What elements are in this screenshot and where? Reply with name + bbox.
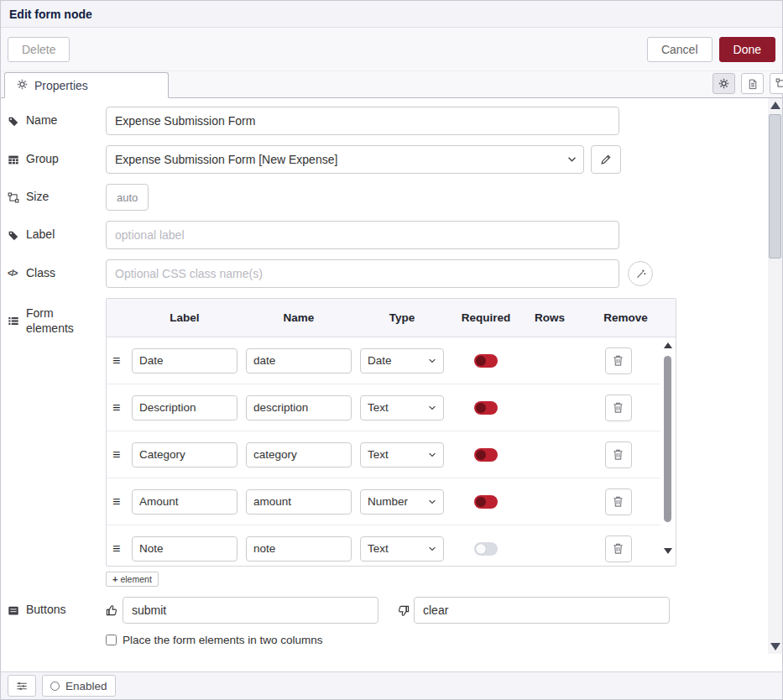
clear-button-text-input[interactable] bbox=[414, 597, 670, 624]
required-cell bbox=[448, 448, 524, 462]
two-columns-checkbox[interactable] bbox=[106, 635, 117, 645]
form-elements-body: ≡ Date bbox=[107, 337, 676, 566]
drag-handle-icon[interactable]: ≡ bbox=[107, 542, 120, 556]
trash-icon bbox=[612, 495, 624, 508]
scroll-up-button[interactable] bbox=[768, 98, 782, 112]
required-toggle[interactable] bbox=[474, 448, 498, 462]
element-type-select[interactable]: Text bbox=[360, 442, 444, 468]
table-scrollbar-thumb[interactable] bbox=[664, 356, 671, 522]
add-element-button[interactable]: +element bbox=[106, 572, 159, 587]
element-name-input[interactable] bbox=[246, 442, 352, 468]
type-cell: Text bbox=[356, 442, 448, 468]
table-scroll-down-button[interactable] bbox=[662, 548, 673, 554]
element-type-select[interactable]: Date bbox=[360, 348, 444, 374]
scroll-down-button[interactable] bbox=[768, 640, 782, 654]
field-row-size: Size auto bbox=[8, 184, 775, 211]
element-name-input[interactable] bbox=[246, 536, 352, 562]
col-header-remove: Remove bbox=[576, 311, 676, 324]
element-name-input[interactable] bbox=[246, 395, 352, 421]
col-header-type: Type bbox=[356, 311, 448, 324]
type-select-wrap: Text bbox=[360, 395, 444, 421]
gear-icon bbox=[718, 78, 729, 89]
edit-group-button[interactable] bbox=[591, 145, 621, 174]
drag-handle-icon[interactable]: ≡ bbox=[107, 495, 120, 509]
element-label-input[interactable] bbox=[132, 442, 238, 468]
add-element-label: element bbox=[120, 574, 151, 584]
label-cell bbox=[128, 536, 242, 562]
required-toggle[interactable] bbox=[474, 542, 498, 556]
element-label-input[interactable] bbox=[132, 395, 238, 421]
group-select[interactable]: Expense Submission Form [New Expense] bbox=[106, 145, 584, 174]
form-element-row: ≡ Text bbox=[107, 431, 660, 478]
name-cell bbox=[242, 489, 356, 515]
class-input[interactable] bbox=[106, 259, 619, 288]
submit-button-text-input[interactable] bbox=[123, 597, 378, 624]
two-columns-label: Place the form elements in two columns bbox=[123, 634, 323, 646]
element-name-input[interactable] bbox=[246, 348, 352, 374]
drag-handle-icon[interactable]: ≡ bbox=[107, 448, 120, 462]
remove-element-button[interactable] bbox=[605, 394, 632, 421]
remove-element-button[interactable] bbox=[605, 535, 632, 562]
handle-cell: ≡ bbox=[107, 542, 128, 556]
required-cell bbox=[448, 354, 524, 368]
required-toggle[interactable] bbox=[474, 354, 498, 368]
toggle-knob bbox=[476, 544, 486, 554]
element-name-input[interactable] bbox=[246, 489, 352, 515]
node-appearance-button[interactable] bbox=[770, 73, 783, 94]
dialog-toolbar: Delete Cancel Done bbox=[1, 28, 782, 71]
table-scrollbar[interactable] bbox=[662, 342, 673, 554]
field-row-class: </> Class bbox=[8, 259, 775, 288]
group-field-label: Group bbox=[8, 152, 106, 167]
drag-handle-icon[interactable]: ≡ bbox=[107, 354, 120, 368]
dialog-header: Edit form node bbox=[1, 1, 782, 28]
panel-scrollbar-thumb[interactable] bbox=[769, 114, 781, 259]
cancel-button[interactable]: Cancel bbox=[647, 37, 713, 62]
element-label-input[interactable] bbox=[132, 489, 238, 515]
element-type-select[interactable]: Text bbox=[360, 536, 444, 562]
node-settings-button[interactable] bbox=[713, 73, 735, 94]
node-info-button[interactable] bbox=[8, 675, 36, 697]
circle-icon bbox=[50, 682, 60, 691]
remove-element-button[interactable] bbox=[605, 441, 632, 468]
group-select-wrap: Expense Submission Form [New Expense] bbox=[106, 145, 584, 174]
class-picker-button[interactable] bbox=[628, 261, 653, 286]
name-input[interactable] bbox=[106, 107, 619, 135]
field-row-label: Label bbox=[8, 221, 775, 249]
node-description-button[interactable] bbox=[741, 73, 764, 94]
required-toggle[interactable] bbox=[474, 495, 498, 509]
table-scroll-up-button[interactable] bbox=[662, 342, 673, 348]
form-elements-field-label: Form elements bbox=[8, 298, 106, 336]
class-field-label: </> Class bbox=[8, 266, 106, 281]
field-row-buttons: Buttons bbox=[8, 597, 775, 624]
wand-icon bbox=[635, 269, 646, 279]
remove-element-button[interactable] bbox=[605, 488, 632, 515]
remove-element-button[interactable] bbox=[605, 347, 632, 374]
panel-scrollbar[interactable] bbox=[768, 98, 782, 654]
form-elements-area: Label Name Type Required Rows Remove ≡ bbox=[106, 298, 676, 587]
tab-properties[interactable]: Properties bbox=[4, 72, 169, 98]
thumbs-up-icon bbox=[106, 604, 118, 617]
type-select-wrap: Number bbox=[360, 489, 444, 515]
field-row-name: Name bbox=[8, 107, 775, 135]
size-button[interactable]: auto bbox=[106, 184, 149, 211]
element-label-input[interactable] bbox=[132, 536, 238, 562]
drag-handle-icon[interactable]: ≡ bbox=[107, 401, 120, 415]
dialog-title: Edit form node bbox=[9, 8, 92, 21]
required-toggle[interactable] bbox=[474, 401, 498, 415]
enabled-toggle-button[interactable]: Enabled bbox=[42, 675, 116, 697]
label-input[interactable] bbox=[106, 221, 619, 249]
label-cell bbox=[128, 442, 242, 468]
element-label-input[interactable] bbox=[132, 348, 238, 374]
type-cell: Number bbox=[356, 489, 448, 515]
form-element-row: ≡ Number bbox=[107, 478, 660, 525]
type-select-wrap: Text bbox=[360, 442, 444, 468]
name-field-label: Name bbox=[8, 113, 106, 128]
element-type-select[interactable]: Text bbox=[360, 395, 444, 421]
type-cell: Date bbox=[356, 348, 448, 374]
label-field-label: Label bbox=[8, 227, 106, 243]
plus-icon: + bbox=[112, 574, 117, 584]
object-group-icon bbox=[8, 192, 20, 203]
delete-button[interactable]: Delete bbox=[8, 37, 70, 62]
done-button[interactable]: Done bbox=[719, 37, 775, 62]
element-type-select[interactable]: Number bbox=[360, 489, 444, 515]
